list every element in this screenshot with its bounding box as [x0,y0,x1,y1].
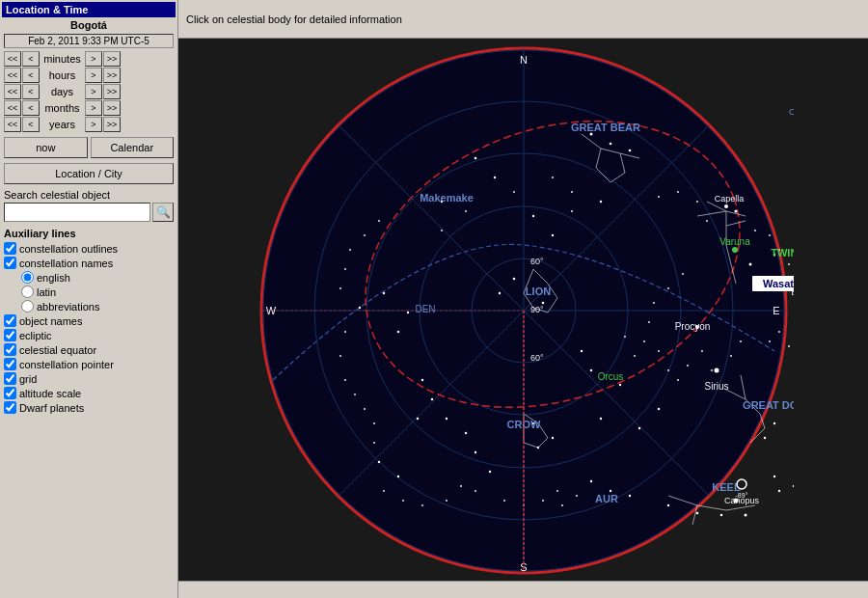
months-row: << < months > >> [4,100,174,116]
years-label: years [41,119,84,130]
svg-point-136 [513,191,515,193]
svg-text:Wasat: Wasat [763,278,794,289]
svg-point-89 [763,436,765,438]
svg-point-112 [382,291,384,293]
constellation-names-label: constellation names [19,258,113,269]
constellation-outlines-checkbox[interactable] [4,242,16,255]
svg-text:60°: 60° [530,353,544,363]
svg-point-93 [666,503,668,505]
svg-text:CHAR: CHAR [789,107,794,117]
dwarf-planets-checkbox[interactable] [4,401,16,414]
months-fast-back[interactable]: << [4,100,21,116]
years-fast-back[interactable]: << [4,117,21,132]
svg-point-145 [769,234,771,236]
minutes-forward[interactable]: > [85,51,102,67]
svg-point-123 [589,479,591,481]
days-fast-forward[interactable]: >> [103,84,121,99]
cb-altitude-row: altitude scale [4,387,174,399]
minutes-fast-forward[interactable]: >> [103,51,121,67]
svg-point-114 [420,378,422,380]
svg-point-194 [364,408,366,410]
altitude-scale-label: altitude scale [19,388,81,399]
hours-back[interactable]: < [22,68,40,83]
english-radio-row: english [21,271,174,284]
svg-point-111 [406,311,408,313]
svg-point-103 [618,383,620,385]
svg-point-125 [628,494,630,496]
star-map[interactable]: N E S W 60° 90° 60° GREAT BEAR QUEEN HER… [254,42,794,578]
svg-point-150 [653,302,655,304]
svg-point-91 [719,513,722,516]
star-map-container[interactable]: N E S W 60° 90° 60° GREAT BEAR QUEEN HER… [178,39,868,581]
hours-fast-forward[interactable]: >> [103,68,121,83]
constellation-pointer-checkbox[interactable] [4,358,16,370]
abbreviations-label: abbreviations [37,301,99,313]
grid-checkbox[interactable] [4,372,16,385]
abbreviations-radio[interactable] [21,300,34,313]
svg-point-174 [788,345,790,347]
svg-point-99 [512,277,515,280]
english-radio[interactable] [21,271,34,284]
hours-fast-back[interactable]: << [4,68,21,83]
search-button[interactable]: 🔍 [152,203,174,222]
svg-point-138 [571,191,573,193]
abbreviations-radio-row: abbreviations [21,300,174,313]
svg-point-151 [648,321,650,323]
ecliptic-checkbox[interactable] [4,329,16,341]
datetime-label: Feb 2, 2011 9:33 PM UTC-5 [4,34,174,48]
months-back[interactable]: < [22,100,40,116]
constellation-names-checkbox[interactable] [4,257,16,269]
years-back[interactable]: < [22,117,40,132]
years-fast-forward[interactable]: >> [103,117,121,132]
cb-dwarf-row: Dwarf planets [4,401,174,414]
celestial-equator-checkbox[interactable] [4,343,16,356]
latin-label: latin [37,286,56,298]
svg-point-92 [695,511,698,514]
svg-point-110 [396,330,398,332]
dwarf-planets-label: Dwarf planets [19,402,84,414]
english-label: english [37,272,70,284]
location-city-button[interactable]: Location / City [4,163,174,184]
months-fast-forward[interactable]: >> [103,100,121,116]
svg-point-73 [734,209,737,212]
days-back[interactable]: < [22,84,40,99]
svg-point-98 [551,233,553,235]
altitude-scale-checkbox[interactable] [4,387,16,399]
svg-text:Procyon: Procyon [674,321,710,332]
search-input[interactable] [4,203,150,222]
object-names-checkbox[interactable] [4,314,16,327]
days-forward[interactable]: > [85,84,102,99]
search-label: Search celestial object [4,189,174,201]
minutes-back[interactable]: < [22,51,40,67]
city-label: Bogotá [2,17,176,33]
svg-point-149 [667,287,669,289]
hours-label: hours [41,69,84,81]
svg-point-186 [364,234,366,236]
latin-radio-row: latin [21,285,174,298]
cb-object-row: object names [4,314,174,327]
svg-point-190 [344,331,346,333]
days-fast-back[interactable]: << [4,84,21,99]
svg-text:E: E [773,305,779,316]
years-forward[interactable]: > [85,117,102,132]
object-names-label: object names [19,315,82,327]
svg-point-193 [354,394,356,395]
svg-point-76 [599,200,601,202]
minutes-row: << < minutes > >> [4,51,174,67]
svg-point-205 [542,500,544,502]
svg-point-100 [498,291,500,293]
months-forward[interactable]: > [85,100,102,116]
svg-point-96 [474,156,476,159]
now-button[interactable]: now [4,137,88,158]
grid-label: grid [19,373,37,385]
latin-radio[interactable] [21,285,34,298]
constellation-outlines-label: constellation outlines [19,243,118,255]
years-row: << < years > >> [4,117,174,132]
ecliptic-label: ecliptic [19,330,52,341]
minutes-fast-back[interactable]: << [4,51,21,67]
svg-point-208 [576,495,578,497]
calendar-button[interactable]: Calendar [91,137,175,158]
svg-text:GREAT DOG: GREAT DOG [743,399,794,411]
hours-forward[interactable]: > [85,68,102,83]
svg-point-187 [349,249,351,251]
